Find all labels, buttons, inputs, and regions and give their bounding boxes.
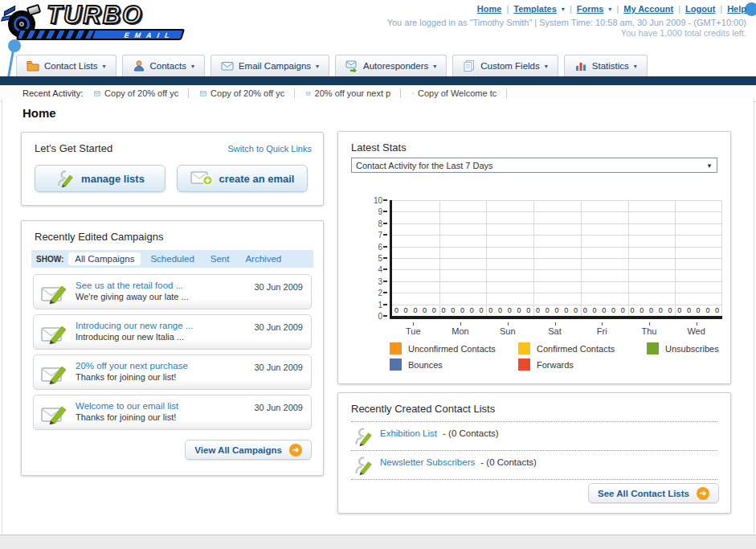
chevron-down-icon: ▾ — [608, 6, 611, 13]
value-label: 0 — [488, 306, 492, 314]
link-home[interactable]: Home — [477, 4, 502, 14]
x-tick — [602, 322, 603, 326]
person-pencil-icon — [55, 169, 75, 188]
envelope-pencil-icon — [41, 281, 70, 306]
latest-stats-title: Latest Stats — [351, 141, 407, 154]
campaign-filter[interactable]: Sent — [204, 252, 236, 265]
h-gridline — [392, 235, 722, 236]
chevron-down-icon: ▾ — [316, 63, 319, 70]
nav-tab-contact-lists[interactable]: Contact Lists▾ — [16, 55, 116, 76]
link-help[interactable]: Help — [727, 4, 746, 14]
legend-label: Forwards — [537, 360, 574, 370]
link-templates[interactable]: Templates — [513, 4, 557, 14]
create-email-label: create an email — [219, 173, 295, 185]
see-all-contact-lists-label: See All Contact Lists — [598, 489, 689, 498]
nav-tab-label: Email Campaigns — [239, 61, 311, 71]
link-forms[interactable]: Forms — [577, 4, 604, 14]
contact-list-name-link[interactable]: Newsletter Subscribers — [380, 457, 475, 467]
get-started-title: Let's Get Started — [35, 142, 112, 154]
email-campaigns-icon — [221, 59, 234, 72]
x-tick — [508, 322, 509, 326]
campaign-row[interactable]: 20% off your next purchase Thanks for jo… — [33, 354, 312, 390]
campaign-filter[interactable]: Scheduled — [144, 252, 200, 265]
y-tick-label: 4 — [378, 265, 382, 274]
legend-item: Unconfirmed Contacts — [390, 342, 518, 354]
campaign-filter[interactable]: Archived — [239, 252, 288, 265]
h-gridline — [392, 281, 722, 282]
latest-stats-panel: Latest Stats Contact Activity for the La… — [337, 131, 731, 384]
x-category-label: Sun — [484, 326, 531, 336]
nav-tab-email-campaigns[interactable]: Email Campaigns▾ — [210, 55, 329, 76]
legend-swatch — [390, 342, 402, 354]
create-email-button[interactable]: create an email — [177, 165, 308, 192]
app-logo: TURBO EMAIL — [5, 2, 191, 43]
y-tick-label: 9 — [378, 207, 382, 216]
page-title: Home — [22, 106, 56, 120]
link-separator: | — [506, 4, 509, 14]
arrow-circle-icon: ➜ — [697, 487, 709, 500]
switch-quick-links[interactable]: Switch to Quick Links — [227, 144, 312, 154]
value-label: 0 — [687, 306, 691, 314]
value-label: 0 — [593, 306, 597, 314]
nav-tab-custom-fields[interactable]: Custom Fields▾ — [452, 55, 558, 76]
manage-lists-button[interactable]: manage lists — [35, 165, 166, 192]
recent-activity-item[interactable]: 20% off your next p — [306, 88, 401, 98]
legend-swatch — [390, 358, 402, 371]
login-status-text: You are logged in as "Timothy Smith" | S… — [387, 18, 746, 27]
value-label: 0 — [640, 306, 644, 314]
y-tick — [383, 246, 387, 248]
person-pencil-icon — [353, 455, 374, 477]
main-nav: Contact Lists▾ Contacts▾ Email Campaigns… — [16, 55, 648, 76]
see-all-contact-lists-button[interactable]: See All Contact Lists ➜ — [588, 483, 719, 503]
campaign-list: See us at the retail food ... We're givi… — [33, 274, 312, 435]
link-my-account[interactable]: My Account — [623, 4, 673, 14]
envelope-pencil-icon — [41, 402, 70, 427]
recent-activity-item[interactable]: Copy of 20% off yc — [94, 88, 189, 98]
recent-activity-item-label: Copy of 20% off yc — [210, 88, 284, 98]
recent-activity-item[interactable]: Copy of Welcome tc — [412, 88, 507, 98]
legend-label: Unconfirmed Contacts — [408, 344, 496, 354]
contact-list-name-link[interactable]: Exhibition List — [380, 428, 437, 438]
nav-tab-autoresponders[interactable]: Autoresponders▾ — [335, 55, 447, 76]
person-pencil-icon — [353, 426, 374, 449]
recent-contact-lists-title: Recently Created Contact Lists — [351, 403, 495, 415]
view-all-campaigns-button[interactable]: View All Campaigns ➜ — [185, 440, 312, 460]
y-tick-label: 10 — [374, 196, 382, 205]
decorative-dot-right — [745, 2, 756, 16]
campaign-row[interactable]: Welcome to our email list Thanks for joi… — [33, 395, 312, 430]
envelope-icon — [94, 89, 100, 98]
stats-report-dropdown[interactable]: Contact Activity for the Last 7 Days ▼ — [351, 158, 717, 173]
recent-activity-item-label: Copy of 20% off yc — [104, 88, 178, 98]
campaign-filter-bar: SHOW: All Campaigns Scheduled Sent Archi… — [31, 250, 313, 268]
v-gridline — [439, 200, 440, 316]
y-tick — [383, 268, 387, 270]
chevron-down-icon: ▾ — [191, 63, 194, 70]
contact-list-item[interactable]: Exhibition List - (0 Contacts) — [351, 422, 717, 451]
x-tick — [697, 322, 697, 326]
logo-word-turbo: TURBO — [47, 1, 143, 30]
legend-swatch — [518, 358, 530, 371]
value-label: 0 — [394, 306, 398, 314]
envelope-icon — [200, 89, 206, 98]
link-logout[interactable]: Logout — [685, 4, 715, 14]
nav-tab-statistics[interactable]: Statistics▾ — [564, 55, 648, 76]
v-gridline — [581, 200, 582, 316]
campaign-subtitle: We're giving away our late ... — [76, 292, 303, 301]
logo-email-bar: EMAIL — [16, 29, 186, 40]
nav-tab-contacts[interactable]: Contacts▾ — [122, 55, 205, 76]
v-gridline — [486, 200, 487, 316]
campaign-row[interactable]: Introducing our new range ... Introducin… — [33, 314, 312, 350]
y-tick-label: 7 — [378, 231, 382, 240]
recent-activity-item[interactable]: Copy of 20% off yc — [200, 88, 295, 98]
chevron-down-icon: ▾ — [562, 6, 565, 13]
legend-label: Unsubscribes — [665, 344, 719, 354]
x-category-label: Tue — [390, 326, 437, 336]
envelope-pencil-icon — [41, 322, 70, 346]
contact-list-item[interactable]: Newsletter Subscribers - (0 Contacts) — [351, 451, 717, 480]
page-footer — [0, 535, 756, 549]
legend-item: Forwards — [518, 358, 647, 371]
campaign-row[interactable]: See us at the retail food ... We're givi… — [33, 274, 312, 309]
campaign-filter[interactable]: All Campaigns — [68, 252, 141, 265]
y-tick — [383, 199, 387, 201]
value-label: 0 — [621, 306, 625, 314]
